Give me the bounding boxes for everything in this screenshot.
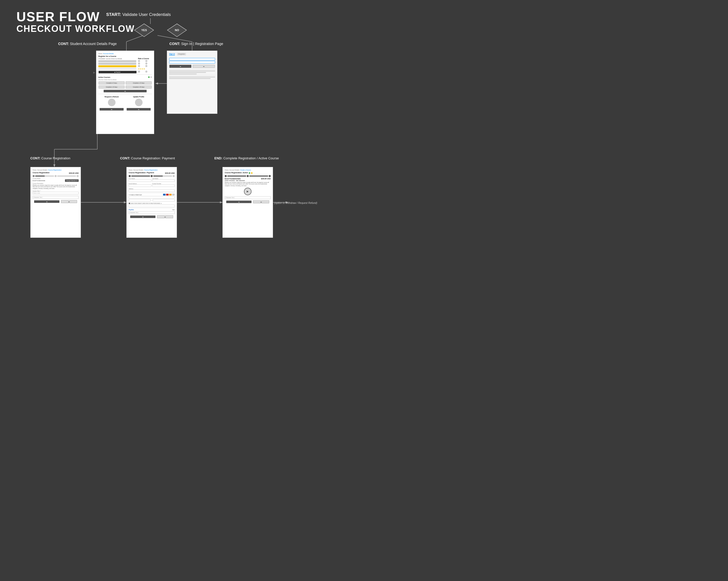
no-diamond: NO	[167, 23, 187, 37]
disc-icon	[172, 194, 175, 196]
svg-marker-12	[124, 201, 126, 203]
svg-text:YES: YES	[141, 29, 147, 32]
visa-icon	[163, 194, 165, 196]
flow-container: USER FLOW CHECKOUT WORKFLOW START: Valid…	[0, 0, 364, 290]
option-label: (option to Withdraw / Request Refund)	[274, 202, 317, 204]
svg-text:NO: NO	[175, 29, 179, 32]
svg-marker-14	[220, 201, 223, 203]
wireframe-payment: Home / Account Details / Course Registra…	[126, 167, 177, 238]
wireframe-account: ▶ Home / Account Details Register for a …	[96, 51, 154, 134]
cont-payment-label: CONT: Course Registration: Payment	[120, 156, 175, 160]
svg-marker-10	[155, 82, 158, 84]
amex-icon	[169, 194, 172, 196]
cont-course-reg-label: CONT: Course Registration	[30, 156, 70, 160]
wireframe-course-reg: Home / Account Details / Course Registra…	[30, 167, 81, 238]
wireframe-complete: Home / Account Details / Create a Course…	[223, 167, 273, 238]
cont-signin-label: CONT: Sign In | Registration Page	[170, 42, 223, 46]
mc-icon	[166, 194, 168, 196]
svg-marker-8	[53, 165, 55, 167]
title-line2: CHECKOUT WORKFLOW	[17, 23, 135, 34]
end-label: END: Complete Registration / Active Cour…	[214, 156, 279, 160]
cont-account-label: CONT: Student Account Details Page	[58, 42, 117, 46]
start-label: START: Validate User Credentials	[106, 12, 171, 17]
play-button[interactable]: ▶	[244, 188, 252, 195]
yes-diamond: YES	[134, 23, 154, 37]
wireframe-signin: Sign In Register ▬ ▬	[167, 51, 217, 114]
